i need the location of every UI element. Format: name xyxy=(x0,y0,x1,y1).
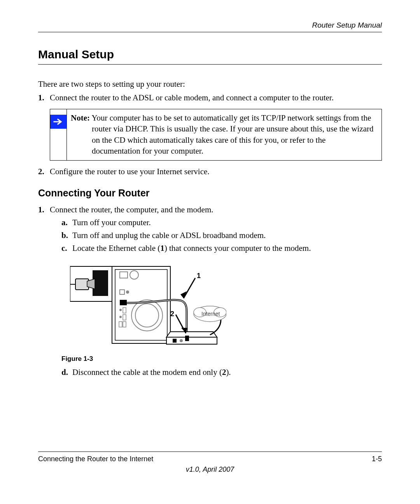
step-2-marker: 2. xyxy=(38,167,44,177)
svg-rect-25 xyxy=(185,336,189,341)
footer-version: v1.0, April 2007 xyxy=(38,466,382,474)
running-header: Router Setup Manual xyxy=(38,21,382,32)
figure-caption: Figure 1-3 xyxy=(61,355,382,363)
section-heading: Manual Setup xyxy=(38,48,382,65)
substep-c-bold: 1 xyxy=(160,243,164,253)
substep-d-bold: 2 xyxy=(222,368,226,377)
substep-d: d. Disconnect the cable at the modem end… xyxy=(61,368,382,377)
svg-line-20 xyxy=(184,278,195,298)
substep-c-marker: c. xyxy=(61,243,67,253)
substep-d-marker: d. xyxy=(61,368,68,377)
note-body: Your computer has to be set to automatic… xyxy=(90,113,374,156)
note-label: Note: xyxy=(71,113,90,122)
substep-b-text: Turn off and unplug the cable or ADSL br… xyxy=(72,231,266,240)
arrow-right-icon xyxy=(50,115,66,129)
connect-step-1: 1. Connect the router, the computer, and… xyxy=(38,205,382,377)
substep-d-pre: Disconnect the cable at the modem end on… xyxy=(72,368,222,377)
substep-c-pre: Locate the Ethernet cable ( xyxy=(72,243,160,253)
footer-page-number: 1-5 xyxy=(372,455,382,463)
substep-c-text: Locate the Ethernet cable (1) that conne… xyxy=(72,243,311,253)
substep-a: a. Turn off your computer. xyxy=(61,218,382,228)
svg-rect-11 xyxy=(120,300,127,305)
footer-chapter: Connecting the Router to the Internet xyxy=(38,455,153,463)
figure-1-3: 1 2 Internet xyxy=(70,265,226,350)
page-footer: Connecting the Router to the Internet 1-… xyxy=(38,452,382,474)
subsection-heading: Connecting Your Router xyxy=(38,187,382,199)
step-2-text: Configure the router to use your Interne… xyxy=(50,167,210,176)
step-1: 1. Connect the router to the ADSL or cab… xyxy=(38,93,382,103)
svg-point-14 xyxy=(119,316,122,318)
substep-c: c. Locate the Ethernet cable (1) that co… xyxy=(61,243,382,253)
connect-step-1-marker: 1. xyxy=(38,205,44,215)
connect-steps-list: 1. Connect the router, the computer, and… xyxy=(38,205,382,377)
connect-step-1-text: Connect the router, the computer, and th… xyxy=(50,205,214,214)
svg-point-9 xyxy=(126,290,129,294)
substeps-list-continued: d. Disconnect the cable at the modem end… xyxy=(50,368,382,377)
intro-paragraph: There are two steps to setting up your r… xyxy=(38,79,382,89)
substep-a-text: Turn off your computer. xyxy=(72,218,151,227)
svg-rect-23 xyxy=(173,339,177,343)
svg-rect-5 xyxy=(75,279,89,290)
substeps-list: a. Turn off your computer. b. Turn off a… xyxy=(50,218,382,253)
substep-c-post: ) that connects your computer to the mod… xyxy=(164,243,311,253)
main-steps-list-continued: 2. Configure the router to use your Inte… xyxy=(38,167,382,177)
figure-label-2: 2 xyxy=(170,310,174,318)
figure-label-1: 1 xyxy=(197,272,201,280)
step-2: 2. Configure the router to use your Inte… xyxy=(38,167,382,177)
substep-a-marker: a. xyxy=(61,218,68,228)
note-box: Note: Your computer has to be set to aut… xyxy=(50,109,382,161)
note-icon-cell xyxy=(50,109,67,160)
step-1-text: Connect the router to the ADSL or cable … xyxy=(50,93,334,102)
substep-b-marker: b. xyxy=(61,231,68,240)
figure-1-3-wrap: 1 2 Internet xyxy=(61,265,382,350)
step-1-marker: 1. xyxy=(38,93,44,103)
substep-d-post: ). xyxy=(226,368,231,377)
main-steps-list: 1. Connect the router to the ADSL or cab… xyxy=(38,93,382,103)
substep-b: b. Turn off and unplug the cable or ADSL… xyxy=(61,231,382,240)
svg-point-24 xyxy=(180,339,183,342)
note-text: Note: Your computer has to be set to aut… xyxy=(67,109,382,160)
svg-point-12 xyxy=(119,309,122,311)
figure-internet-label: Internet xyxy=(201,311,220,317)
substep-d-text: Disconnect the cable at the modem end on… xyxy=(72,368,231,377)
